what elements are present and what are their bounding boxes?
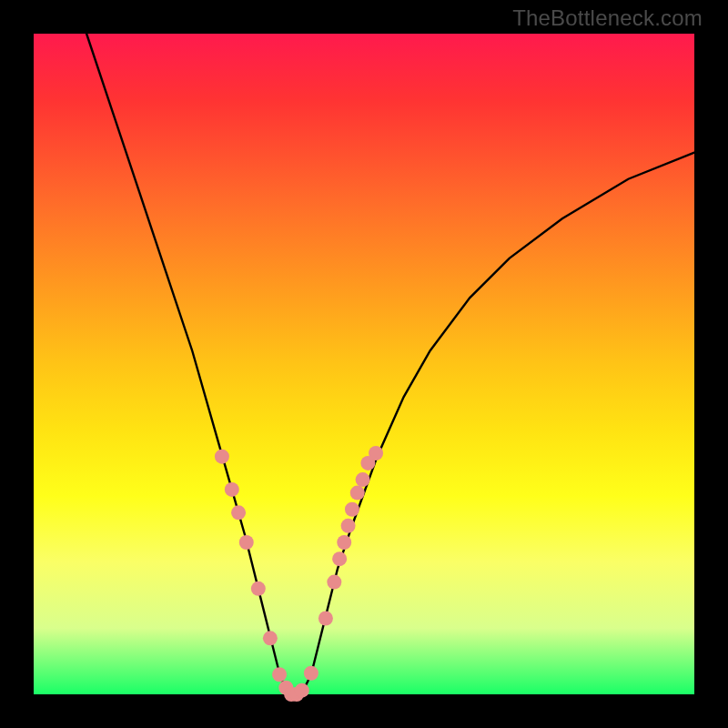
watermark-label: TheBottleneck.com	[512, 5, 703, 31]
marker-dot	[318, 612, 333, 626]
marker-dot	[341, 519, 356, 533]
marker-dot	[295, 683, 309, 698]
marker-dot	[215, 450, 229, 464]
marker-dot	[225, 482, 239, 497]
marker-dot	[337, 535, 351, 550]
highlighted-points-group	[215, 446, 383, 702]
marker-dot	[345, 502, 359, 517]
chart-overlay-svg	[34, 34, 694, 694]
marker-dot	[231, 505, 246, 520]
marker-dot	[356, 472, 370, 487]
marker-dot	[332, 551, 347, 566]
chart-frame: TheBottleneck.com	[0, 0, 728, 728]
marker-dot	[327, 575, 341, 590]
bottleneck-curve	[86, 34, 694, 694]
marker-dot	[239, 535, 254, 550]
marker-dot	[251, 581, 266, 596]
marker-dot	[272, 667, 287, 682]
marker-dot	[304, 666, 318, 681]
marker-dot	[369, 446, 383, 460]
marker-dot	[263, 631, 278, 645]
marker-dot	[350, 486, 365, 500]
